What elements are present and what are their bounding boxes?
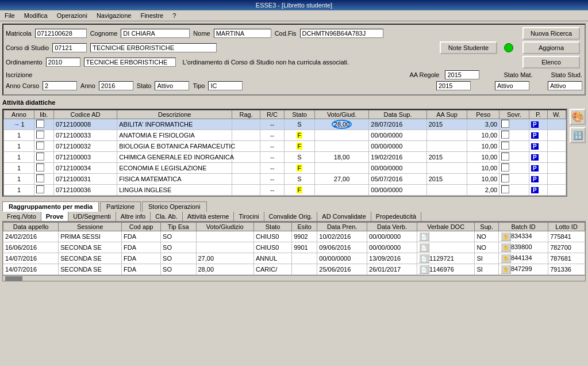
tab-partizione[interactable]: Partizione: [100, 201, 141, 212]
bcol-voto: Voto/Giudizio: [196, 223, 254, 231]
bottom-section: Raggruppamento per media Partizione Stor…: [2, 201, 586, 281]
info-row-1: Matricola 0712100628 Cognome DI CHIARA N…: [6, 27, 582, 40]
batch-icon[interactable]: ✋: [501, 265, 511, 274]
nome-label: Nome: [193, 30, 210, 37]
verbale-doc-icon[interactable]: 📄: [419, 265, 429, 274]
menu-finestre[interactable]: Finestre: [138, 12, 166, 20]
sovr-checkbox[interactable]: [501, 120, 509, 128]
subtab-altre[interactable]: Altre info: [116, 212, 151, 221]
activity-row: 10712100032BIOLOGIA E BOTANICA FARMACEUT…: [4, 141, 566, 152]
stato-mat-value: Attivo: [495, 81, 529, 90]
lib-checkbox[interactable]: [36, 174, 44, 182]
stato-value: Attivo: [155, 81, 189, 90]
p-badge: P: [531, 165, 539, 171]
p-badge: P: [531, 187, 539, 193]
bcol-verbale: Verbale DOC: [417, 223, 474, 231]
tab-storico[interactable]: Storico Operazioni: [142, 201, 207, 212]
lib-checkbox[interactable]: [36, 163, 44, 171]
sovr-checkbox[interactable]: [501, 142, 509, 150]
tab-raggruppamento[interactable]: Raggruppamento per media: [2, 201, 99, 212]
codfis-label: Cod.Fis: [275, 30, 297, 37]
subtab-ud[interactable]: UD/Segmenti: [68, 212, 116, 221]
horizontal-scrollbar[interactable]: [3, 275, 585, 281]
bcol-cod-app: Cod app: [122, 223, 161, 231]
ordinamento-msg: L'ordinamento di Corso di Studio non ha …: [183, 59, 349, 66]
bcol-esito: Esito: [292, 223, 317, 231]
col-sovr: Sovr.: [499, 110, 529, 119]
sub-tabs: Freq./Voto Prove UD/Segmenti Altre info …: [2, 212, 586, 222]
corso-value: 07121: [52, 43, 87, 52]
batch-icon[interactable]: ✋: [501, 232, 511, 241]
subtab-propedeuticita[interactable]: Propedeuticità: [371, 212, 421, 221]
note-studente-button[interactable]: Note Studente: [440, 41, 497, 54]
lib-checkbox[interactable]: [36, 152, 44, 161]
student-info-panel: Matricola 0712100628 Cognome DI CHIARA N…: [2, 24, 586, 96]
status-indicator: [504, 43, 513, 52]
main-tabs: Raggruppamento per media Partizione Stor…: [2, 201, 586, 212]
aa-regole-value: 2015: [445, 70, 479, 79]
info-row-3: Ordinamento 2010 TECNICHE ERBORISTICHE L…: [6, 56, 582, 68]
stato-stud-value: Attivo: [548, 81, 582, 90]
stato-stud-label: Stato Stud.: [551, 71, 582, 78]
lib-checkbox[interactable]: [36, 142, 44, 150]
subtab-ad[interactable]: AD Convalidate: [317, 212, 371, 221]
bottom-table: Data appello Sessione Cod app Tip Esa Vo…: [3, 222, 585, 275]
matricola-value: 0712100628: [35, 29, 87, 38]
info-row-5: Anno Corso 2 Anno 2016 Stato Attivo Tipo…: [6, 81, 582, 90]
verbale-doc-icon[interactable]: 📄: [419, 232, 429, 241]
col-aa-sup: AA Sup: [426, 110, 467, 119]
bcol-sessione: Sessione: [59, 223, 122, 231]
menu-help[interactable]: ?: [170, 12, 178, 20]
ordinamento-label: Ordinamento: [6, 59, 43, 66]
info-row-2: Corso di Studio 07121 TECNICHE ERBORISTI…: [6, 41, 582, 54]
activity-row: 10712100036LINGUA INGLESE--F00/00/00002,…: [4, 185, 566, 196]
sovr-checkbox[interactable]: [501, 185, 509, 193]
subtab-prove[interactable]: Prove: [41, 212, 69, 221]
menu-navigazione[interactable]: Navigazione: [94, 12, 134, 20]
bcol-data-pren: Data Pren.: [317, 223, 367, 231]
bcol-data-appello: Data appello: [3, 223, 59, 231]
menu-operazioni[interactable]: Operazioni: [55, 12, 90, 20]
calculator-icon[interactable]: 🔢: [570, 127, 586, 143]
col-anno: Anno: [4, 110, 34, 119]
sovr-checkbox[interactable]: [501, 174, 509, 182]
bcol-lotto: Lotto ID: [548, 223, 585, 231]
elenco-button[interactable]: Elenco: [522, 56, 580, 68]
subtab-convalide[interactable]: Convalide Orig.: [264, 212, 318, 221]
verbale-doc-icon[interactable]: 📄: [419, 243, 429, 252]
lib-checkbox[interactable]: [36, 131, 44, 139]
anno-corso-label: Anno Corso: [6, 82, 39, 89]
lib-checkbox[interactable]: [36, 120, 44, 128]
menu-file[interactable]: File: [2, 12, 17, 20]
bottom-table-row: 14/07/2016SECONDA SEFDASO28,00CARIC/25/0…: [3, 264, 585, 275]
subtab-cla[interactable]: Cla. Ab.: [151, 212, 183, 221]
iscrizione-label: Iscrizione: [6, 71, 32, 78]
batch-icon[interactable]: ✋: [501, 243, 511, 252]
p-badge: P: [531, 143, 539, 150]
menu-modifica[interactable]: Modifica: [22, 12, 50, 20]
activities-header: Anno lib. Codice AD Descrizione Rag. R/C…: [4, 110, 566, 119]
p-badge: P: [531, 121, 539, 128]
aggiorna-button[interactable]: Aggiorna: [522, 41, 580, 54]
lib-checkbox[interactable]: [36, 185, 44, 193]
subtab-freq[interactable]: Freq./Voto: [2, 212, 41, 221]
col-p: P.: [529, 110, 548, 119]
batch-icon[interactable]: ✋: [501, 254, 511, 263]
sovr-checkbox[interactable]: [501, 131, 509, 139]
sovr-checkbox[interactable]: [501, 152, 509, 161]
subtab-attivita[interactable]: Attività esterne: [183, 212, 235, 221]
activity-row: 10712100003CHIMICA GENERALE ED INORGANIC…: [4, 152, 566, 163]
cognome-label: Cognome: [90, 30, 118, 37]
bottom-table-row: 14/07/2016SECONDA SEFDASO27,00ANNUL00/00…: [3, 253, 585, 264]
verbale-doc-icon[interactable]: 📄: [419, 254, 429, 263]
activity-row: 10712100034ECONOMIA E LEGISLAZIONE--F00/…: [4, 163, 566, 174]
subtab-tirocini[interactable]: Tirocini: [234, 212, 264, 221]
sovr-checkbox[interactable]: [501, 163, 509, 171]
color-wheel-icon[interactable]: 🎨: [570, 109, 586, 125]
nuova-ricerca-button[interactable]: Nuova Ricerca: [522, 27, 580, 40]
anno-label: Anno: [80, 82, 95, 89]
bottom-header: Data appello Sessione Cod app Tip Esa Vo…: [3, 223, 585, 231]
bcol-data-verb: Data Verb.: [367, 223, 417, 231]
stato-mat-label: Stato Mat.: [504, 71, 532, 78]
codfis-value: DCHMTN96B64A783J: [300, 29, 383, 38]
